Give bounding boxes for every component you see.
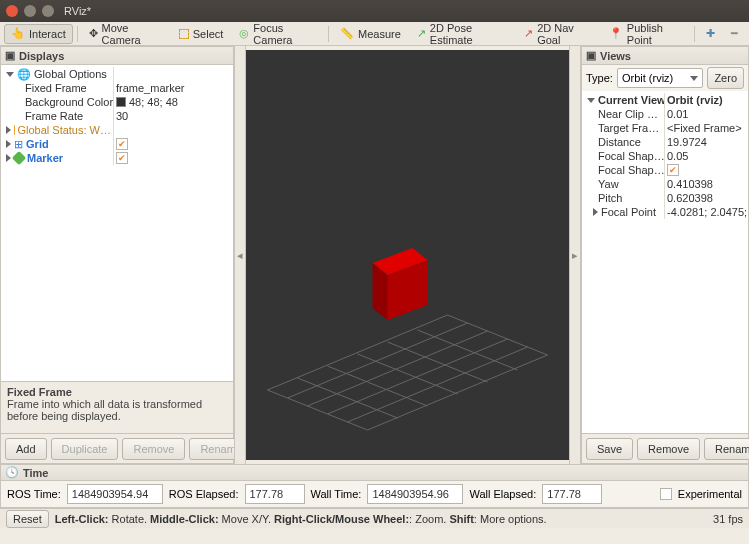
ros-elapsed-input[interactable]: 177.78 xyxy=(245,484,305,504)
checkbox-icon[interactable] xyxy=(116,152,128,164)
focus-camera-button[interactable]: ◎ Focus Camera xyxy=(232,24,324,44)
svg-line-11 xyxy=(418,330,518,370)
remove-button[interactable]: Remove xyxy=(122,438,185,460)
global-status-row[interactable]: Global Status: W… xyxy=(1,123,113,137)
views-panel: ▣ Views Type: Orbit (rviz) Zero Current … xyxy=(581,46,749,464)
reset-button[interactable]: Reset xyxy=(6,510,49,528)
zero-button[interactable]: Zero xyxy=(707,67,744,89)
views-tree: Current View Orbit (rviz) Near Clip …0.0… xyxy=(582,91,748,433)
duplicate-button[interactable]: Duplicate xyxy=(51,438,119,460)
time-header[interactable]: 🕓 Time xyxy=(1,465,748,481)
fixed-frame-value[interactable]: frame_marker xyxy=(113,81,233,95)
label: Measure xyxy=(358,28,401,40)
chevron-right-icon xyxy=(6,126,11,134)
wall-time-label: Wall Time: xyxy=(311,488,362,500)
marker-row[interactable]: Marker xyxy=(1,151,113,165)
add-button[interactable]: Add xyxy=(5,438,47,460)
experimental-checkbox[interactable] xyxy=(660,488,672,500)
color-swatch xyxy=(116,97,126,107)
prop-label[interactable]: Target Fra… xyxy=(582,121,664,135)
svg-line-12 xyxy=(448,315,548,355)
extra-button-1[interactable]: ✚ xyxy=(699,24,722,44)
save-button[interactable]: Save xyxy=(586,438,633,460)
minimize-icon[interactable] xyxy=(24,5,36,17)
select-button[interactable]: Select xyxy=(172,24,231,44)
fixed-frame-label[interactable]: Fixed Frame xyxy=(1,81,113,95)
prop-label[interactable]: Focal Shap… xyxy=(582,163,664,177)
prop-val[interactable]: 0.410398 xyxy=(664,177,748,191)
global-options-row[interactable]: 🌐 Global Options xyxy=(1,67,113,81)
marker-check[interactable] xyxy=(113,151,233,165)
bg-color-label[interactable]: Background Color xyxy=(1,95,113,109)
collapse-right[interactable]: ▸ xyxy=(569,46,581,464)
bg-color-value[interactable]: 48; 48; 48 xyxy=(113,95,233,109)
t: Rotate. xyxy=(109,513,151,525)
prop-label[interactable]: Focal Point xyxy=(582,205,664,219)
t: : Zoom. xyxy=(409,513,449,525)
measure-button[interactable]: 📏 Measure xyxy=(333,24,408,44)
move-camera-button[interactable]: ✥ Move Camera xyxy=(82,24,170,44)
grid-check[interactable] xyxy=(113,137,233,151)
publish-point-button[interactable]: 📍 Publish Point xyxy=(602,24,690,44)
label: Displays xyxy=(19,50,64,62)
current-view-row[interactable]: Current View xyxy=(582,93,664,107)
displays-header[interactable]: ▣ Displays xyxy=(1,47,233,65)
hint-text: Left-Click: Rotate. Middle-Click: Move X… xyxy=(55,513,547,525)
type-label: Type: xyxy=(586,72,613,84)
grid-icon: ⊞ xyxy=(14,138,23,151)
prop-label[interactable]: Near Clip … xyxy=(582,107,664,121)
ros-elapsed-label: ROS Elapsed: xyxy=(169,488,239,500)
view-type-select[interactable]: Orbit (rviz) xyxy=(617,68,703,88)
extra-button-2[interactable]: ━ xyxy=(724,24,745,44)
prop-label[interactable]: Yaw xyxy=(582,177,664,191)
label: Focus Camera xyxy=(253,22,317,46)
displays-tree: 🌐 Global Options Fixed Frame frame_marke… xyxy=(1,65,233,381)
svg-line-6 xyxy=(268,390,368,430)
separator xyxy=(328,26,329,42)
prop-val[interactable]: 0.01 xyxy=(664,107,748,121)
rename-button[interactable]: Rename xyxy=(704,438,749,460)
views-header[interactable]: ▣ Views xyxy=(582,47,748,65)
prop-val[interactable]: -4.0281; 2.0475; … xyxy=(664,205,748,219)
chevron-right-icon xyxy=(6,154,11,162)
prop-val[interactable]: 19.9724 xyxy=(664,135,748,149)
fps-label: 31 fps xyxy=(713,513,743,525)
chevron-right-icon xyxy=(6,140,11,148)
checkbox-icon[interactable] xyxy=(667,164,679,176)
maximize-icon[interactable] xyxy=(42,5,54,17)
prop-val[interactable]: <Fixed Frame> xyxy=(664,121,748,135)
interact-button[interactable]: 👆 Interact xyxy=(4,24,73,44)
current-view-val: Orbit (rviz) xyxy=(664,93,748,107)
close-icon[interactable] xyxy=(6,5,18,17)
wall-elapsed-input[interactable]: 177.78 xyxy=(542,484,602,504)
pose-estimate-button[interactable]: ↗ 2D Pose Estimate xyxy=(410,24,515,44)
label: Time xyxy=(23,467,48,479)
frame-rate-label[interactable]: Frame Rate xyxy=(1,109,113,123)
ros-time-label: ROS Time: xyxy=(7,488,61,500)
prop-val[interactable]: 0.05 xyxy=(664,149,748,163)
grid-row[interactable]: ⊞ Grid xyxy=(1,137,113,151)
focus-icon: ◎ xyxy=(239,27,249,40)
prop-val[interactable] xyxy=(664,163,748,177)
plus-icon: ✚ xyxy=(706,27,715,40)
prop-val[interactable]: 0.620398 xyxy=(664,191,748,205)
ros-time-input[interactable]: 1484903954.94 xyxy=(67,484,163,504)
render-view[interactable] xyxy=(246,50,569,460)
svg-line-10 xyxy=(388,342,488,382)
collapse-left[interactable]: ◂ xyxy=(234,46,246,464)
toolbar: 👆 Interact ✥ Move Camera Select ◎ Focus … xyxy=(0,22,749,46)
prop-label[interactable]: Pitch xyxy=(582,191,664,205)
chevron-down-icon xyxy=(587,98,595,103)
nav-goal-button[interactable]: ↗ 2D Nav Goal xyxy=(517,24,600,44)
prop-label[interactable]: Distance xyxy=(582,135,664,149)
pin-icon: 📍 xyxy=(609,27,623,40)
label: Grid xyxy=(26,138,49,150)
checkbox-icon[interactable] xyxy=(116,138,128,150)
remove-button[interactable]: Remove xyxy=(637,438,700,460)
label: Current View xyxy=(598,94,664,106)
wall-time-input[interactable]: 1484903954.96 xyxy=(367,484,463,504)
frame-rate-value[interactable]: 30 xyxy=(113,109,233,123)
svg-line-8 xyxy=(328,366,428,406)
b: Middle-Click: xyxy=(150,513,218,525)
prop-label[interactable]: Focal Shap… xyxy=(582,149,664,163)
